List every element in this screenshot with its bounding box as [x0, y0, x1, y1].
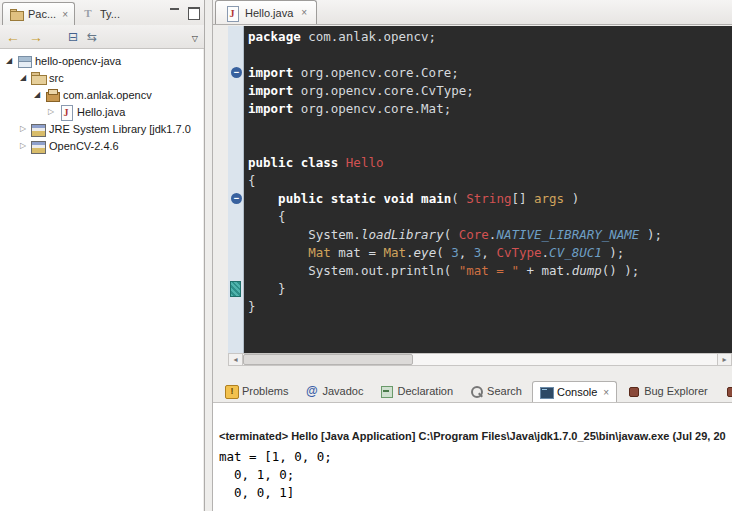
code-line — [248, 136, 732, 154]
tree-item-label: JRE System Library [jdk1.7.0 — [49, 123, 191, 135]
tree-item[interactable]: ◢hello-opencv-java — [0, 52, 203, 69]
editor-tab-label: Hello.java — [245, 7, 293, 19]
tree-item[interactable]: ▷OpenCV-2.4.6 — [0, 137, 203, 154]
tree-item-label: com.anlak.opencv — [63, 89, 152, 101]
view-window-buttons — [168, 0, 204, 25]
tab-bug[interactable]: Bug — [718, 380, 732, 402]
eclipse-workbench: { "package_explorer": { "tabs": [ { "lab… — [0, 0, 732, 511]
tab-type-hierarchy-label: Ty... — [100, 8, 120, 20]
tree-item[interactable]: ◢src — [0, 69, 203, 86]
type-hierarchy-icon — [81, 7, 96, 21]
search-icon — [470, 385, 483, 398]
source-folder-icon — [31, 71, 46, 85]
console-view: ProblemsJavadocDeclarationSearchConsole×… — [213, 378, 732, 511]
link-with-editor-icon[interactable] — [87, 30, 97, 43]
code-line — [248, 118, 732, 136]
library-icon — [31, 122, 46, 136]
console-tabbar: ProblemsJavadocDeclarationSearchConsole×… — [213, 378, 732, 402]
forward-icon[interactable] — [29, 30, 43, 44]
console-tab-label: Problems — [242, 385, 288, 397]
tree-item-label: Hello.java — [77, 106, 125, 118]
tab-javadoc[interactable]: Javadoc — [298, 380, 370, 402]
tree-item-label: hello-opencv-java — [35, 55, 121, 67]
code-line — [248, 46, 732, 64]
tab-search[interactable]: Search — [463, 380, 529, 402]
console-tab-label: Console — [557, 386, 597, 398]
tab-declaration[interactable]: Declaration — [373, 380, 460, 402]
tab-package-explorer-label: Pac... — [28, 8, 56, 20]
console-output: mat = [1, 0, 0; 0, 1, 0; 0, 0, 1] — [219, 448, 728, 502]
editor-tabbar: Hello.java × — [213, 0, 732, 25]
back-icon[interactable] — [6, 30, 20, 44]
tree-item-label: src — [49, 72, 64, 84]
minimize-icon[interactable] — [168, 6, 182, 19]
tree-item[interactable]: ◢com.anlak.opencv — [0, 86, 203, 103]
collapse-arrow-icon[interactable]: ◢ — [4, 56, 14, 65]
declaration-icon — [380, 385, 393, 398]
collapse-arrow-icon[interactable]: ◢ — [32, 90, 42, 99]
code-line: { — [248, 172, 732, 190]
expand-arrow-icon[interactable]: ▷ — [18, 141, 28, 150]
package-explorer-tree: ◢hello-opencv-java◢src◢com.anlak.opencv▷… — [0, 49, 203, 511]
editor-zone: −− package com.anlak.opencv; import org.… — [213, 25, 732, 366]
console-output-line: mat = [1, 0, 0; — [219, 448, 728, 466]
editor-horizontal-scrollbar[interactable]: ◂ ▸ — [228, 353, 732, 366]
tree-item[interactable]: ▷JRE System Library [jdk1.7.0 — [0, 120, 203, 137]
editor-gutter[interactable]: −− — [228, 26, 244, 353]
tab-problems[interactable]: Problems — [218, 380, 295, 402]
console-tab-label: Bug Explorer — [644, 385, 708, 397]
fold-collapse-icon[interactable]: − — [231, 67, 242, 78]
console-output-line: 0, 1, 0; — [219, 466, 728, 484]
library-icon — [31, 139, 46, 153]
console-output-line: 0, 0, 1] — [219, 484, 728, 502]
scrollbar-thumb[interactable] — [243, 354, 413, 365]
scrollbar-track[interactable] — [243, 353, 717, 366]
collapse-all-icon[interactable] — [68, 30, 78, 43]
tab-package-explorer[interactable]: Pac... × — [2, 2, 75, 25]
tab-console[interactable]: Console× — [532, 381, 617, 402]
cursor-line-marker — [230, 281, 241, 297]
console-tab-label: Declaration — [397, 385, 453, 397]
java-file-icon — [225, 6, 240, 20]
fold-collapse-icon[interactable]: − — [231, 193, 242, 204]
scroll-right-icon[interactable]: ▸ — [717, 353, 732, 366]
console-icon — [540, 386, 553, 399]
tab-bug-explorer[interactable]: Bug Explorer — [620, 380, 715, 402]
code-line: public class Hello — [248, 154, 732, 172]
console-tab-label: Javadoc — [322, 385, 363, 397]
code-area[interactable]: package com.anlak.opencv; import org.ope… — [244, 26, 732, 353]
scroll-left-icon[interactable]: ◂ — [228, 353, 243, 366]
console-body: <terminated> Hello [Java Application] C:… — [213, 402, 732, 511]
expand-arrow-icon[interactable]: ▷ — [46, 107, 56, 116]
close-icon[interactable]: × — [62, 9, 68, 20]
javadoc-icon — [305, 385, 318, 398]
close-icon[interactable]: × — [301, 7, 307, 18]
package-explorer-icon — [9, 7, 24, 21]
console-tab-label: Search — [487, 385, 522, 397]
bug-icon — [627, 385, 640, 398]
code-line: public static void main( String[] args ) — [248, 190, 732, 208]
code-line: } — [248, 280, 732, 298]
collapse-arrow-icon[interactable]: ◢ — [18, 73, 28, 82]
maximize-icon[interactable] — [186, 6, 200, 19]
close-icon[interactable]: × — [603, 387, 609, 398]
project-icon — [17, 54, 32, 68]
tree-item-label: OpenCV-2.4.6 — [49, 140, 119, 152]
code-line: } — [248, 298, 732, 316]
expand-arrow-icon[interactable]: ▷ — [18, 124, 28, 133]
tab-type-hierarchy[interactable]: Ty... — [75, 2, 126, 25]
java-file-icon — [59, 105, 74, 119]
code-line: System.out.println( "mat = " + mat.dump(… — [248, 262, 732, 280]
view-tabbar: Pac... × Ty... — [0, 0, 204, 25]
code-line: import org.opencv.core.Core; — [248, 64, 732, 82]
code-line: System.loadLibrary( Core.NATIVE_LIBRARY_… — [248, 226, 732, 244]
panel-sash[interactable] — [205, 0, 213, 511]
package-explorer-view: Pac... × Ty... ◢hello-opencv-java◢src◢co… — [0, 0, 205, 511]
code-line: { — [248, 208, 732, 226]
tab-hello-java[interactable]: Hello.java × — [215, 0, 317, 24]
code-line: import org.opencv.core.CvType; — [248, 82, 732, 100]
tree-item[interactable]: ▷Hello.java — [0, 103, 203, 120]
code-line: Mat mat = Mat.eye( 3, 3, CvType.CV_8UC1 … — [248, 244, 732, 262]
explorer-toolbar — [0, 25, 204, 49]
view-menu-icon[interactable] — [192, 30, 198, 43]
